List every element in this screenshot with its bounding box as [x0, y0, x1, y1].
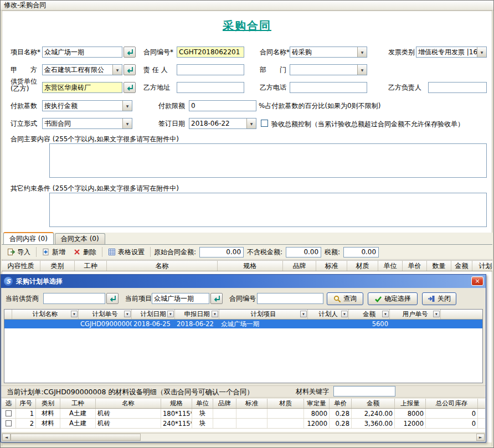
chevron-down-icon[interactable]: ▼ [477, 47, 486, 57]
current-supplier-input[interactable] [43, 293, 105, 304]
detail-col-header[interactable]: 上报量 [395, 399, 426, 408]
plan-col-header[interactable]: 计划项目▼ [219, 310, 308, 319]
plan-col-header[interactable]: 申报日期▼ [175, 310, 219, 319]
detail-col-header[interactable]: 审定量 [304, 399, 330, 408]
filter-arrow-icon[interactable]: ▼ [212, 311, 218, 317]
content-col-header[interactable]: 单位 [378, 261, 403, 271]
content-col-header[interactable]: 名称 [107, 261, 218, 271]
contract-no-input[interactable]: CGHT2018062201 [177, 47, 244, 58]
payment-base-combo[interactable]: 按执行金额▼ [42, 100, 132, 111]
detail-col-header[interactable]: 材质 [267, 399, 304, 408]
party-a-combo[interactable]: 金石建筑工程有限公▼ [42, 64, 122, 75]
other-terms-textarea[interactable] [49, 193, 487, 227]
current-project-input[interactable]: 众城广场一期 [152, 293, 209, 304]
detail-row[interactable]: 1 材料 A土建 机砖 180*115* 块 8000 0.28 2,240.0… [2, 409, 485, 419]
detail-col-header[interactable]: 规格 [161, 399, 192, 408]
filter-arrow-icon[interactable]: ▼ [167, 311, 174, 317]
filter-arrow-icon[interactable]: ▼ [433, 311, 440, 317]
detail-col-header[interactable]: 工种 [60, 399, 96, 408]
party-b-phone-input[interactable] [290, 82, 367, 93]
payment-limit-input[interactable]: 0 [189, 100, 256, 111]
plan-row-selected[interactable]: CGJHD090000008 2018-06-25 2018-06-22 众城广… [4, 320, 482, 328]
close-dialog-button[interactable]: 关闭 [422, 292, 456, 305]
filter-arrow-icon[interactable]: ▼ [300, 311, 307, 317]
plan-col-header[interactable]: 计划日期▼ [132, 310, 175, 319]
acceptance-total-checkbox[interactable] [261, 120, 268, 127]
supplier-select-button[interactable] [106, 293, 119, 304]
contract-name-combo[interactable]: 砖采购▼ [290, 47, 367, 58]
chevron-down-icon[interactable]: ▼ [112, 65, 122, 75]
project-select-button[interactable] [210, 293, 223, 304]
detail-col-header[interactable]: 金额 [352, 399, 395, 408]
content-col-header[interactable]: 单价 [403, 261, 427, 271]
content-col-header[interactable]: 计划单 [472, 261, 492, 271]
dialog-close-button[interactable]: × [471, 276, 483, 286]
plan-col-header[interactable]: 金额▼ [349, 310, 390, 319]
content-col-header[interactable]: 材质 [347, 261, 378, 271]
chevron-down-icon[interactable]: ▼ [122, 101, 132, 111]
supplier-browse-button[interactable] [124, 82, 136, 93]
project-browse-button[interactable] [124, 47, 136, 58]
detail-col-header[interactable]: 选 [2, 399, 16, 408]
row-checkbox[interactable] [6, 420, 12, 426]
detail-col-header[interactable]: 品牌 [213, 399, 236, 408]
detail-col-header[interactable]: 标准 [236, 399, 267, 408]
sign-date-picker[interactable]: 2018-06-22▼ [189, 118, 256, 129]
detail-col-header[interactable]: 类别 [36, 399, 60, 408]
detail-col-header[interactable]: 总公司库存 [426, 399, 478, 408]
plan-cell-planner [308, 320, 349, 328]
scrollbar-track[interactable] [141, 434, 476, 441]
content-col-header[interactable]: 标准 [316, 261, 347, 271]
content-col-header[interactable]: 品牌 [283, 261, 316, 271]
detail-row[interactable]: 2 材料 A土建 机砖 240*115* 块 12000 0.28 3,360.… [2, 419, 485, 429]
import-button[interactable]: 导入 [5, 246, 33, 258]
filter-arrow-icon[interactable]: ▼ [341, 311, 348, 317]
content-col-header[interactable]: 规格 [218, 261, 283, 271]
tab-contract-content[interactable]: 合同内容 (0) [3, 232, 54, 244]
filter-arrow-icon[interactable]: ▼ [71, 311, 78, 317]
invoice-type-combo[interactable]: 增值税专用发票 |16▼ [416, 47, 487, 58]
plan-col-header[interactable]: 计划单号▼ [79, 310, 132, 319]
supplier-input[interactable]: 东营区华康砖厂 [42, 82, 122, 93]
row-checkbox[interactable] [6, 410, 12, 416]
chevron-down-icon[interactable]: ▼ [122, 119, 132, 128]
detail-col-header[interactable]: 序号 [16, 399, 36, 408]
chevron-down-icon[interactable]: ▼ [357, 47, 367, 57]
content-col-header[interactable]: 工种 [75, 261, 107, 271]
detail-col-header[interactable]: 单价 [330, 399, 352, 408]
query-button[interactable]: 查询 [327, 292, 363, 305]
chevron-down-icon[interactable]: ▼ [357, 65, 367, 75]
confirm-select-button[interactable]: 确定选择 [368, 292, 418, 305]
content-col-header[interactable]: 数量 [427, 261, 451, 271]
main-content-textarea[interactable] [49, 143, 487, 178]
duty-person-input[interactable] [177, 64, 244, 75]
department-combo[interactable]: ▼ [290, 64, 367, 75]
content-col-header[interactable]: 金额 [451, 261, 472, 271]
table-settings-button[interactable]: 表格设置 [106, 246, 147, 258]
material-keyword-input[interactable] [333, 386, 395, 396]
plan-col-header[interactable]: 用户单号▼ [390, 310, 441, 319]
add-row-button[interactable]: 新增 [40, 246, 68, 258]
detail-col-header[interactable]: 单位 [192, 399, 213, 408]
calendar-dropdown-icon[interactable]: ▼ [246, 119, 256, 128]
tab-contract-text[interactable]: 合同文本 (0) [55, 233, 105, 244]
scroll-left-arrow[interactable]: ◄ [2, 434, 11, 441]
content-col-header[interactable]: 类别 [40, 261, 75, 271]
scroll-right-arrow[interactable]: ► [476, 434, 485, 441]
party-a-browse-button[interactable] [124, 64, 136, 75]
material-keyword-label: 材料关键字 [296, 388, 329, 396]
content-col-header[interactable]: 内容性质 [2, 261, 40, 271]
party-b-address-input[interactable] [177, 82, 244, 93]
scrollbar-thumb[interactable] [11, 434, 141, 441]
filter-arrow-icon[interactable]: ▼ [124, 311, 131, 317]
horizontal-scrollbar[interactable]: ◄ ► [2, 433, 485, 441]
plan-col-header[interactable]: 计划名称▼ [12, 310, 79, 319]
project-name-input[interactable]: 众城广场一期 [42, 47, 122, 58]
plan-col-header[interactable]: 计划人▼ [308, 310, 349, 319]
filter-arrow-icon[interactable]: ▼ [382, 311, 389, 317]
detail-col-header[interactable]: 名称 [96, 399, 161, 408]
contract-no-filter-input[interactable] [257, 293, 323, 304]
form-type-combo[interactable]: 书面合同▼ [42, 118, 132, 129]
delete-row-button[interactable]: 删除 [71, 246, 99, 258]
party-b-manager-input[interactable] [428, 82, 487, 93]
